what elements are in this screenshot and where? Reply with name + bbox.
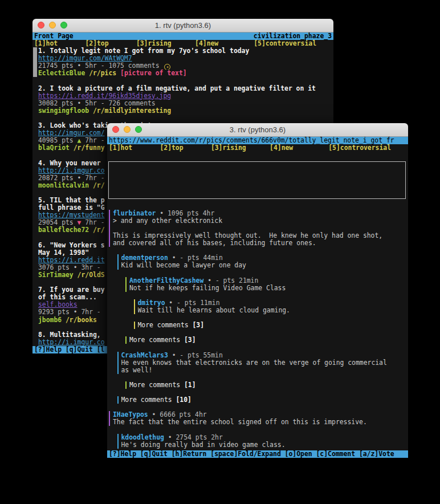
- terminal-line: https://i.redd.it/96ikd35djesy.jpg: [32, 92, 333, 100]
- status-bar: [?]Help [q]Quit [h]Return [space]Fold/Ex…: [107, 450, 408, 458]
- titlebar[interactable]: 3. rtv (python3.6): [107, 123, 408, 137]
- comment-text: This is impressively well thought out. H…: [113, 232, 382, 239]
- comment-text: Kid will become a lawyer one day: [121, 262, 246, 269]
- terminal-line: More comments [10]: [121, 396, 409, 404]
- submission-title: Totally legit note I got from my 7yo's s…: [144, 172, 344, 172]
- tab-1hot[interactable]: [1]hot: [34, 40, 58, 47]
- more-comments[interactable]: More comments [10]: [117, 396, 409, 404]
- post-title: 4. Why you never: [38, 160, 105, 167]
- terminal-line: Not if he keeps failing Video Game Class: [129, 284, 408, 292]
- minimize-button[interactable]: [49, 22, 56, 29]
- terminal-line: as well!: [121, 367, 409, 374]
- more-comments-count: [1]: [184, 381, 196, 389]
- author-name: blaQriot: [38, 144, 70, 152]
- tab-3rising[interactable]: [3]rising: [136, 40, 172, 47]
- tab-2top[interactable]: [2]top: [160, 144, 183, 152]
- terminal-line: kdoodlethug • 2754 pts 2hr: [121, 434, 409, 441]
- post-link[interactable]: https://mystudent: [38, 212, 105, 219]
- comment-author[interactable]: AnotherFilthyCashew: [129, 277, 203, 284]
- terminal-line: [113, 225, 408, 232]
- post-meta: [89, 182, 93, 189]
- titlebar[interactable]: 1. rtv (python3.6): [32, 19, 333, 32]
- comment-meta: • - pts 11min: [165, 299, 220, 307]
- author-name: moonlitcalvin: [38, 182, 89, 189]
- more-comments[interactable]: More comments [3]: [125, 336, 408, 344]
- minimize-button[interactable]: [124, 126, 131, 133]
- author-name: EclecticBlue: [38, 70, 85, 77]
- terminal-line: [32, 78, 333, 85]
- more-comments-label: More comments: [138, 322, 193, 329]
- post-link[interactable]: http://imgur.com/: [38, 129, 105, 137]
- tab-4new[interactable]: [4]new: [195, 40, 218, 47]
- terminal-line: Totally legit note I got from my 7yo's s…: [113, 165, 405, 172]
- comment-author[interactable]: IHaeTypos: [113, 411, 148, 418]
- comment-author[interactable]: flurbinator: [113, 210, 156, 217]
- terminal-line: dementperson • - pts 44min: [121, 254, 409, 262]
- close-button[interactable]: [112, 126, 119, 133]
- terminal-line: 1. Totally legit note I got from my 7yo'…: [32, 47, 333, 55]
- comment-author[interactable]: dmitryo: [138, 299, 165, 307]
- more-comments[interactable]: More comments [1]: [125, 381, 408, 389]
- post-meta: 7hr -: [81, 219, 104, 226]
- post-link[interactable]: https://i.redd.it: [38, 257, 105, 264]
- post-title: 7. If you are buy: [38, 286, 105, 294]
- post-link[interactable]: http://imgur.com/WAtWQM7: [38, 55, 132, 62]
- terminal-line: swingingfloob /r/mildlyinteresting: [32, 107, 333, 115]
- url-bar[interactable]: https://www.reddit.com/r/pics/comments/6…: [107, 137, 408, 144]
- author-name: jbomb6: [38, 316, 62, 324]
- post-link-visited[interactable]: https://i.redd.it/96ikd35djesy.jpg: [38, 92, 171, 100]
- more-comments[interactable]: More comments [3]: [134, 322, 409, 329]
- post-link[interactable]: http://i.imgur.co: [38, 167, 105, 174]
- window-rtv-comments[interactable]: 3. rtv (python3.6) https://www.reddit.co…: [107, 123, 408, 458]
- terminal-line: 30082 pts • 5hr - 726 comments: [32, 100, 333, 107]
- comment-meta: • 1096 pts 4hr: [156, 210, 214, 217]
- subreddit-name: /r/OldS: [78, 271, 105, 279]
- post-meta: 20872 pts • 7hr -: [38, 174, 105, 182]
- terminal-line: [107, 292, 408, 299]
- post-link[interactable]: http://i.imgur.co: [38, 339, 105, 346]
- more-comments-count: [10]: [176, 396, 192, 404]
- post-link-visited[interactable]: self.books: [38, 301, 78, 308]
- tab-2top[interactable]: [2]top: [85, 40, 108, 47]
- traffic-lights: [38, 22, 67, 29]
- more-comments-label: More comments: [121, 396, 176, 404]
- post-title: May 14, 1998": [38, 249, 89, 257]
- flair-tag: [picture of text]: [120, 70, 187, 77]
- comment: CrashMclars3 • - pts 55minHe even knows …: [117, 352, 409, 374]
- maximize-button[interactable]: [60, 22, 67, 29]
- comment-text: The fact that the entire school signed o…: [113, 418, 367, 426]
- terminal-line: http://imgur.com/WAtWQM7: [32, 55, 333, 62]
- terminal-line: More comments [3]: [129, 336, 408, 344]
- comment: AnotherFilthyCashew • - pts 21minNot if …: [125, 277, 408, 292]
- tab-4new[interactable]: [4]new: [270, 144, 293, 152]
- terminal-line: 21745 pts • 5hr - 1075 comments ★: [32, 62, 333, 70]
- post-row[interactable]: 2. I took a picture of a film negative, …: [32, 85, 333, 115]
- terminal-line: The fact that the entire school signed o…: [113, 418, 408, 426]
- submission-link[interactable]: http://imgur.com/WAtWQM7: [144, 187, 238, 188]
- post-title: full phrase is "G: [38, 204, 105, 212]
- tab-3rising[interactable]: [3]rising: [211, 144, 246, 152]
- comment-author[interactable]: dementperson: [121, 254, 168, 262]
- terminal-line: [107, 389, 408, 396]
- comment-author[interactable]: CrashMclars3: [121, 352, 168, 359]
- terminal-line: More comments [3]: [138, 322, 409, 329]
- maximize-button[interactable]: [135, 126, 142, 133]
- terminal-line: [107, 152, 408, 159]
- terminal-line: IHaeTypos • 6666 pts 4hr: [113, 411, 408, 418]
- post-meta: 21745 pts • 5hr - 1075 comments: [38, 62, 163, 70]
- post-row[interactable]: 1. Totally legit note I got from my 7yo'…: [32, 47, 333, 77]
- terminal-line: This is impressively well thought out. H…: [113, 232, 408, 239]
- terminal-line: [107, 344, 408, 351]
- tab-5controversial[interactable]: [5]controversial: [328, 144, 391, 152]
- tab-5controversial[interactable]: [5]controversial: [254, 40, 316, 47]
- tab-1hot[interactable]: [1]hot: [109, 144, 132, 152]
- sort-tabs: [1]hot[2]top[3]rising[4]new[5]controvers…: [107, 144, 408, 152]
- post-title: of this scam...: [38, 294, 97, 301]
- comment-author[interactable]: kdoodlethug: [121, 434, 164, 441]
- window-title: 1. rtv (python3.6): [155, 21, 211, 30]
- gold-icon: ★: [164, 64, 170, 70]
- post-meta: 3076 pts • 3hr -: [38, 264, 105, 271]
- close-button[interactable]: [38, 22, 44, 29]
- terminal-line: EclecticBlue /r/pics [picture of text]: [32, 70, 333, 77]
- post-meta: 29054 pts: [38, 219, 78, 226]
